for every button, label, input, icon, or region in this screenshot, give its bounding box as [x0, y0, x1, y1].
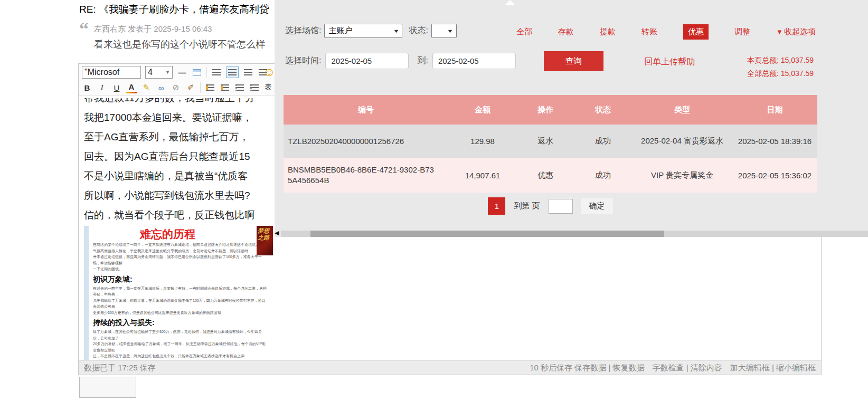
triangle-down-icon: ▼: [776, 28, 783, 36]
time-label: 选择时间:: [285, 55, 321, 66]
cell-status: 成功: [574, 136, 632, 146]
collapse-options-label: 收起选项: [784, 27, 816, 37]
image-paragraph: 除了万象城，在其他公司我也输掉了至少300万，然而，无论如何，我还是对万象城情有…: [93, 329, 268, 341]
col-header-status: 状态: [574, 105, 632, 115]
image-badge-graphic: 梦想之路: [257, 226, 273, 255]
quote-icon: “: [79, 18, 89, 40]
query-button[interactable]: 查询: [544, 51, 603, 71]
toolbar-divider: [206, 67, 207, 78]
bullet-list-icon[interactable]: [249, 82, 260, 93]
transactions-panel: 选择场馆: 主账户 ▼ 状态: ▼ 全部 存款 提款 转账 优惠 调整 ▼ 收起…: [275, 0, 868, 237]
align-center-icon[interactable]: [226, 66, 239, 78]
table-row: TZLB2025020400000001256726 129.98 返水 成功 …: [284, 125, 817, 158]
emoticon-icon[interactable]: ☺: [263, 65, 275, 79]
tab-deposit[interactable]: 存款: [558, 27, 574, 37]
editor-statusbar: 数据已于 17:25 保存 10 秒后保存 保存数据 | 恢复数据 字数检查 |…: [79, 360, 821, 375]
bars-glyph: [212, 69, 221, 76]
status-label: 状态:: [409, 25, 428, 36]
underline-icon[interactable]: U: [111, 82, 122, 93]
align-left-icon[interactable]: [211, 66, 222, 78]
post-attached-image: 难忘的历程 梦想之路 在网络的某个论坛玩了一两年，一直不知道还有万象城论坛，这两…: [84, 226, 273, 360]
quote-meta: 左西右东 发表于 2025-9-15 06:43: [94, 24, 212, 34]
status-select[interactable]: ▼: [431, 24, 457, 38]
horizontal-scrollbar: ◀: [275, 231, 868, 237]
image-paragraph: 几乎都输给了万象城，粗略计算，在万象城的总输金额不低于100万，因为万象城有时候…: [93, 298, 268, 310]
date-to-input[interactable]: [432, 53, 516, 69]
filter-row-venue: 选择场馆: 主账户 ▼ 状态: ▼: [285, 24, 457, 38]
tab-all[interactable]: 全部: [516, 27, 532, 37]
tab-transfer[interactable]: 转账: [641, 27, 657, 37]
image-paragraph: 更多最少300万是有的，但是跟其他公司比起来还是更喜欢万象城的界面跟游戏: [93, 310, 268, 316]
attachment-tab-partial[interactable]: [79, 377, 136, 398]
scroll-left-arrow-icon[interactable]: ◀: [275, 230, 279, 236]
outdent-icon[interactable]: [205, 82, 215, 93]
post-title: RE: 《我骗妻子刷脸办卡，借遍亲友高利贷: [79, 3, 269, 16]
date-from-input[interactable]: [325, 53, 409, 69]
cell-date: 2025-02-05 18:39:16: [732, 137, 817, 146]
col-header-date: 日期: [732, 105, 817, 115]
tab-withdraw[interactable]: 提款: [600, 27, 616, 37]
receipt-upload-help-link[interactable]: 回单上传帮助: [644, 56, 695, 68]
page-number-button[interactable]: 1: [488, 197, 505, 215]
insert-link-icon[interactable]: ∞: [156, 82, 166, 93]
image-paragraph: 20多万的补贴，结果也全都输给了万象城，玩了一两年，从没主动申请过万象城任何红包…: [93, 341, 268, 353]
align-right-icon[interactable]: [243, 66, 253, 78]
table-grid-icon: [193, 69, 201, 76]
table-header-row: 编号 金额 操作 状态 类型 日期: [284, 95, 817, 125]
col-header-operation: 操作: [517, 105, 574, 115]
to-label: 到:: [417, 55, 428, 66]
filter-row-time: 选择时间: 到:: [285, 53, 516, 69]
tab-adjust[interactable]: 调整: [734, 27, 750, 37]
autosave-status: 数据已于 17:25 保存: [84, 361, 156, 375]
venue-select[interactable]: 主账户 ▼: [324, 24, 402, 38]
font-size-select[interactable]: 4 ▼: [145, 66, 173, 79]
bars-glyph: [250, 84, 259, 91]
transactions-table: 编号 金额 操作 状态 类型 日期 TZLB202502040000000125…: [284, 95, 817, 193]
remove-link-icon[interactable]: ⊘: [171, 82, 181, 93]
cell-operation: 优惠: [517, 170, 574, 180]
cell-amount: 14,907.61: [448, 171, 517, 180]
bold-icon[interactable]: B: [82, 82, 92, 93]
cell-amount: 129.98: [448, 137, 517, 146]
bars-glyph: [228, 69, 237, 76]
bars-glyph: [244, 69, 252, 76]
cell-operation: 返水: [517, 136, 574, 146]
collapse-options-link[interactable]: ▼ 收起选项: [776, 27, 816, 37]
chevron-down-icon: ▼: [393, 28, 399, 34]
font-size-value: 4: [148, 68, 153, 77]
page-total: 本页总额: 15,037.59: [747, 54, 814, 67]
insert-table-icon[interactable]: [192, 66, 202, 78]
quote-text: 看来这也是你写的这个小说呀不管怎么样: [94, 38, 265, 51]
cell-id: TZLB2025020400000001256726: [284, 137, 448, 146]
all-total: 全部总额: 15,037.59: [747, 67, 814, 80]
chevron-down-icon: ▼: [165, 70, 170, 75]
ordered-list-icon[interactable]: [234, 82, 245, 93]
venue-value: 主账户: [328, 26, 352, 36]
indent-icon[interactable]: [220, 82, 230, 93]
venue-label: 选择场馆:: [285, 25, 321, 36]
image-paragraph: 在网络的某个论坛玩了一两年，一直不知道还有万象城论坛，这两天通过牌友介绍才知道这…: [93, 242, 268, 248]
goto-page-label: 到第 页: [514, 201, 540, 211]
tab-promo[interactable]: 优惠: [683, 24, 709, 40]
bars-glyph: [221, 84, 229, 91]
cell-id: BNSMBB5EB0B46-8B6E-4721-9302-B735A456654…: [284, 165, 448, 186]
cell-type: VIP 贵宾专属奖金: [632, 170, 732, 180]
scrollbar-thumb[interactable]: [310, 231, 664, 237]
italic-icon[interactable]: I: [97, 82, 107, 93]
font-family-select[interactable]: "Microsof: [82, 66, 141, 79]
toolbar-divider: [200, 82, 201, 93]
font-family-value: "Microsof: [84, 68, 119, 77]
horizontal-rule-icon[interactable]: —: [177, 66, 187, 78]
image-section-heading: 持续的投入与损失:: [93, 318, 268, 328]
totals: 本页总额: 15,037.59 全部总额: 15,037.59: [747, 54, 814, 80]
col-header-type: 类型: [632, 105, 732, 115]
font-color-icon[interactable]: A: [126, 82, 137, 93]
panel-notch: [505, 0, 515, 5]
emoticon-label[interactable]: 表: [265, 83, 272, 92]
highlight-icon[interactable]: ✎: [141, 82, 152, 93]
goto-page-input[interactable]: [549, 199, 573, 214]
clean-format-icon[interactable]: ✐: [185, 82, 196, 93]
statusbar-actions[interactable]: 10 秒后保存 保存数据 | 恢复数据 字数检查 | 清除内容 加大编辑框 | …: [530, 361, 816, 375]
confirm-button[interactable]: 确定: [581, 198, 613, 214]
image-paragraph: 过，不是我不在乎这些，因为这些红包也没几个钱，只能靠在万象城王者榜起来才有机会上…: [93, 353, 268, 359]
